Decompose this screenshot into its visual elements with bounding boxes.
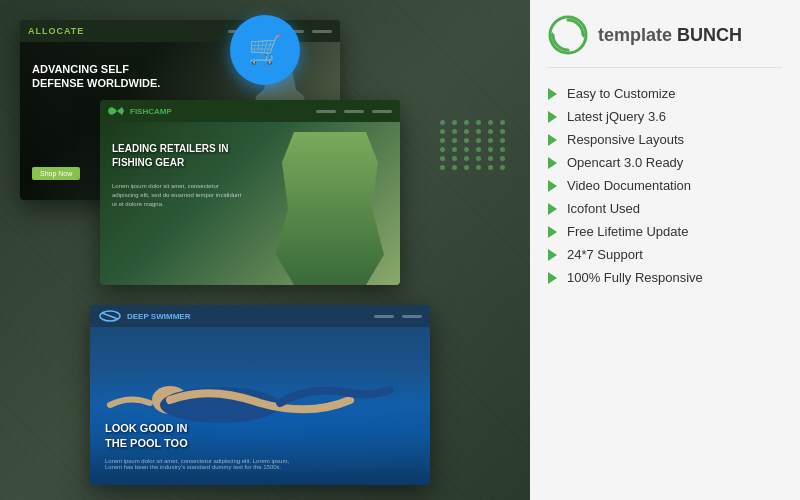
feature-easy-customize: Easy to Customize — [548, 86, 782, 101]
feature-label-8: 24*7 Support — [567, 247, 643, 262]
swim-nav-dot-2 — [402, 315, 422, 318]
swimming-nav: DEEP SWIMMER — [90, 305, 430, 327]
fish-nav-dot-1 — [316, 110, 336, 113]
feature-label-9: 100% Fully Responsive — [567, 270, 703, 285]
fish-nav-dot-3 — [372, 110, 392, 113]
arrow-icon-6 — [548, 203, 557, 215]
brand-header: template BUNCH — [548, 15, 782, 68]
fish-nav-dot-2 — [344, 110, 364, 113]
brand-logo-icon — [548, 15, 588, 55]
arrow-icon-7 — [548, 226, 557, 238]
cart-symbol: 🛒 — [248, 36, 283, 64]
feature-latest-jquery: Latest jQuery 3.6 — [548, 109, 782, 124]
feature-label-5: Video Documentation — [567, 178, 691, 193]
arrow-icon-5 — [548, 180, 557, 192]
swimming-hero: LOOK GOOD IN THE POOL TOO Lorem ipsum do… — [90, 327, 430, 485]
feature-video-docs: Video Documentation — [548, 178, 782, 193]
svg-line-1 — [102, 313, 118, 319]
fish-logo-icon — [108, 104, 126, 118]
feature-free-lifetime: Free Lifetime Update — [548, 224, 782, 239]
arrow-icon-8 — [548, 249, 557, 261]
arrow-icon-1 — [548, 88, 557, 100]
brand-name-part1: template — [598, 25, 677, 45]
feature-label-2: Latest jQuery 3.6 — [567, 109, 666, 124]
fishing-hero-text: LEADING RETAILERS IN FISHING GEAR — [112, 142, 228, 170]
arrow-icon-3 — [548, 134, 557, 146]
brand-name: template BUNCH — [598, 25, 742, 46]
fishing-sub-text: Lorem ipsum dolor sit amet, consectetur … — [112, 182, 242, 209]
swimming-hero-text: LOOK GOOD IN THE POOL TOO — [105, 421, 188, 450]
feature-responsive-layouts: Responsive Layouts — [548, 132, 782, 147]
screenshot-swimming: DEEP SWIMMER LOOK GOOD IN — [90, 305, 430, 485]
swimming-logo-text: DEEP SWIMMER — [127, 312, 190, 321]
military-shop-btn[interactable]: Shop Now — [32, 167, 80, 180]
feature-label-3: Responsive Layouts — [567, 132, 684, 147]
fisher-body — [270, 132, 390, 285]
feature-label-7: Free Lifetime Update — [567, 224, 688, 239]
nav-dot-4 — [312, 30, 332, 33]
military-hero-text: ADVANCING SELF DEFENSE WORLDWIDE. — [32, 62, 160, 91]
right-panel: template BUNCH Easy to Customize Latest … — [530, 0, 800, 500]
dot-decoration — [440, 120, 500, 200]
svg-point-4 — [550, 17, 586, 53]
fishing-nav: FISHCAMP — [100, 100, 400, 122]
swim-logo-icon — [98, 309, 122, 323]
brand-name-part2: BUNCH — [677, 25, 742, 45]
military-logo: ALLOCATE — [28, 26, 84, 36]
feature-support: 24*7 Support — [548, 247, 782, 262]
swimming-sub-text: Lorem ipsum dolor sit amet, consectetur … — [105, 458, 305, 470]
feature-label-1: Easy to Customize — [567, 86, 675, 101]
swimming-nav-links — [374, 315, 422, 318]
arrow-icon-9 — [548, 272, 557, 284]
fisher-figure — [270, 132, 390, 285]
feature-label-4: Opencart 3.0 Ready — [567, 155, 683, 170]
fish-logo: FISHCAMP — [108, 104, 172, 118]
left-panel: ALLOCATE ADVANCING SELF DEFENSE WORLDWID… — [0, 0, 530, 500]
feature-label-6: Icofont Used — [567, 201, 640, 216]
fishing-nav-links — [316, 110, 392, 113]
fishing-logo-text: FISHCAMP — [130, 107, 172, 116]
screenshot-fishing: FISHCAMP LEADING RETAILERS IN FISHING GE… — [100, 100, 400, 285]
fishing-hero: LEADING RETAILERS IN FISHING GEAR Lorem … — [100, 122, 400, 285]
arrow-icon-2 — [548, 111, 557, 123]
arrow-icon-4 — [548, 157, 557, 169]
feature-fully-responsive: 100% Fully Responsive — [548, 270, 782, 285]
features-list: Easy to Customize Latest jQuery 3.6 Resp… — [548, 86, 782, 285]
swim-logo-area: DEEP SWIMMER — [98, 309, 190, 323]
dot-grid — [440, 120, 500, 170]
feature-icofont: Icofont Used — [548, 201, 782, 216]
feature-opencart-ready: Opencart 3.0 Ready — [548, 155, 782, 170]
swim-nav-dot-1 — [374, 315, 394, 318]
cart-icon-large[interactable]: 🛒 — [230, 15, 300, 85]
main-container: ALLOCATE ADVANCING SELF DEFENSE WORLDWID… — [0, 0, 800, 500]
